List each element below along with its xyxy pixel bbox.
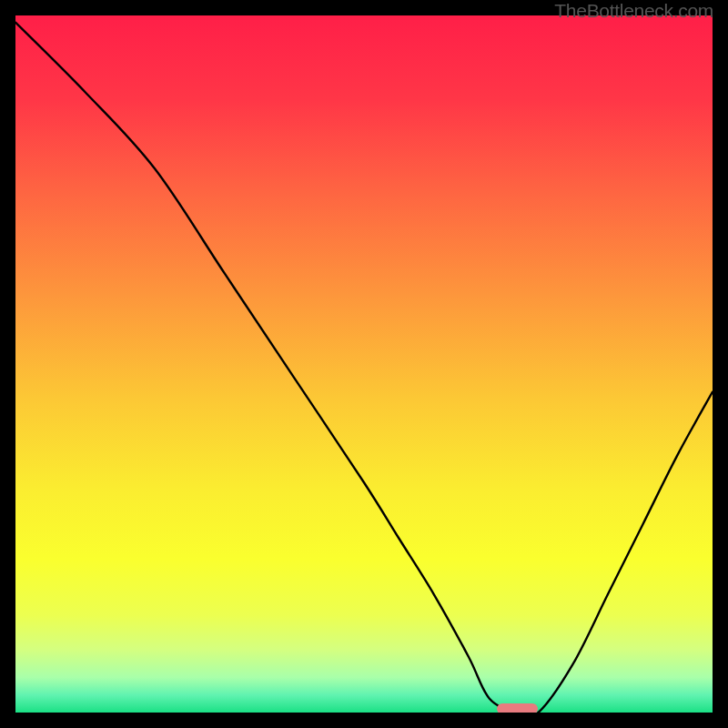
plot-area	[15, 15, 713, 713]
bottleneck-curve	[15, 15, 713, 713]
watermark-text: TheBottleneck.com	[554, 0, 713, 22]
optimal-marker	[497, 703, 539, 713]
chart-container: TheBottleneck.com	[0, 0, 728, 728]
